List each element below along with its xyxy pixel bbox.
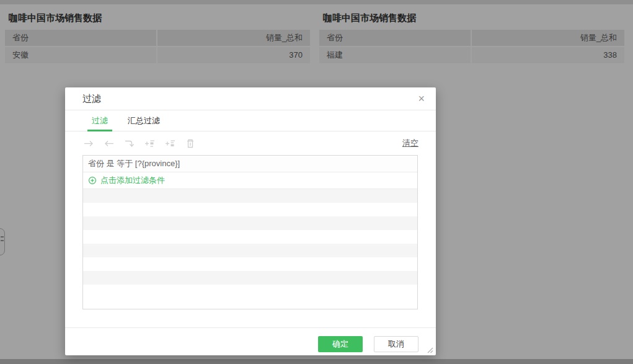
tab-filter[interactable]: 过滤 [87, 110, 112, 131]
close-icon[interactable]: × [415, 92, 427, 105]
empty-row [83, 216, 417, 230]
empty-row [83, 230, 417, 244]
dialog-footer: 确定 取消 [65, 327, 436, 352]
delete-icon[interactable] [185, 138, 197, 149]
dialog-tabbar: 过滤 汇总过滤 [65, 110, 436, 131]
empty-row [83, 189, 417, 203]
insert-row-below-icon[interactable] [164, 138, 177, 149]
dialog-header: 过滤 × [65, 87, 436, 110]
resize-handle-icon[interactable] [426, 346, 434, 354]
add-circle-icon [88, 176, 97, 185]
move-right-icon[interactable] [82, 138, 95, 149]
empty-row [83, 257, 417, 271]
add-condition-row[interactable]: 点击添加过滤条件 [83, 172, 417, 189]
move-left-icon[interactable] [103, 138, 115, 149]
filter-condition-list: 省份 是 等于 [?{province}] 点击添加过滤条件 [82, 155, 418, 309]
empty-row [83, 203, 417, 216]
empty-row [83, 244, 417, 257]
add-condition-label: 点击添加过滤条件 [100, 175, 165, 186]
turn-down-arrow-icon[interactable] [123, 138, 136, 149]
dashboard-screen: 咖啡中国市场销售数据 省份 销量_总和 安徽 370 咖啡中国市场销售数据 省份… [0, 0, 633, 364]
ok-button[interactable]: 确定 [318, 336, 363, 352]
clear-all-link[interactable]: 清空 [402, 138, 418, 149]
dialog-title: 过滤 [82, 93, 415, 105]
empty-row [83, 271, 417, 285]
filter-dialog: 过滤 × 过滤 汇总过滤 [65, 87, 436, 355]
filter-toolbar: 清空 [65, 131, 436, 155]
tab-summary-filter[interactable]: 汇总过滤 [123, 110, 164, 131]
filter-condition-row[interactable]: 省份 是 等于 [?{province}] [83, 156, 417, 172]
insert-row-above-icon[interactable] [144, 138, 156, 149]
cancel-button[interactable]: 取消 [374, 336, 418, 352]
